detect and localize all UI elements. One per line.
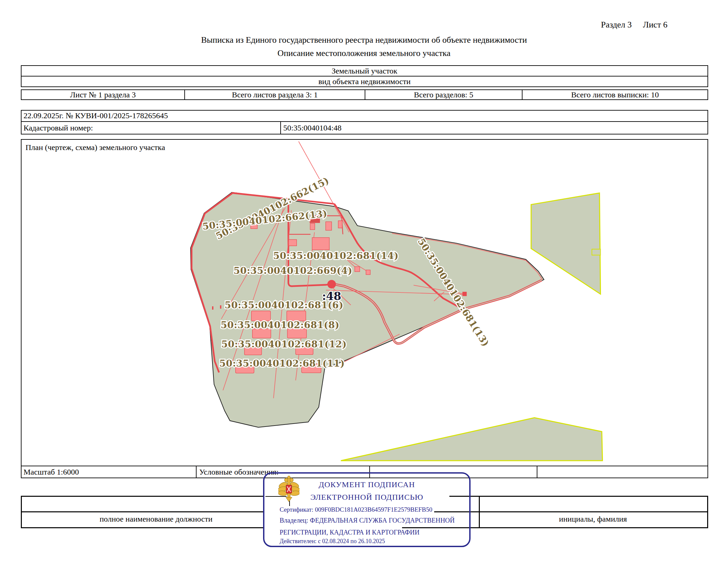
signature-line xyxy=(21,496,263,497)
signature-line xyxy=(21,511,263,512)
sheet-number: Лист 6 xyxy=(643,20,667,30)
signature-line xyxy=(707,496,708,528)
parcel-map: 50:35:0040102:662(15) 50:35:0040102:662(… xyxy=(22,140,707,466)
stamp-owner-line1: Владелец: ФЕДЕРАЛЬНАЯ СЛУЖБА ГОСУДАРСТВЕ… xyxy=(278,517,457,524)
name-label: инициалы, фамилия xyxy=(479,514,707,524)
map-label: 50:35:0040102:681(6) xyxy=(225,300,343,311)
cadastral-number-label: Кадастровый номер: xyxy=(22,122,280,134)
map-label: 50:35:0040102:681(14) xyxy=(273,250,399,261)
plan-box: План (чертеж, схема) земельного участка xyxy=(21,139,708,466)
signature-line xyxy=(449,496,708,497)
position-label: полное наименование должности xyxy=(21,514,291,524)
stamp-certificate: Сертификат: 009F0BDC181A023B64597F1E2579… xyxy=(278,506,434,513)
road-junction xyxy=(327,280,336,289)
sheet-counter-cell: Всего листов раздела 3: 1 xyxy=(184,90,365,99)
map-label: 50:35:0040102:681(11) xyxy=(219,358,345,369)
legend-cell-empty xyxy=(537,466,707,478)
page-corner: Раздел 3 Лист 6 xyxy=(601,20,687,30)
page-subtitle: Описание местоположения земельного участ… xyxy=(0,48,728,58)
sheet-counter-cell: Всего листов выписки: 10 xyxy=(522,90,707,99)
page-title: Выписка из Единого государственного реес… xyxy=(0,35,728,45)
map-label: 50:35:0040102:681(12) xyxy=(221,339,347,350)
signature-line xyxy=(21,527,263,528)
adjacent-parcel-bottom xyxy=(341,418,602,461)
map-label: 50:35:0040102:669(4) xyxy=(234,265,352,276)
stamp-validity: Действителен: с 02.08.2024 по 26.10.2025 xyxy=(278,538,387,545)
adjacent-parcel-notch xyxy=(592,249,601,255)
object-kind-row: вид объекта недвижимости xyxy=(21,76,708,87)
cadastral-number-value: 50:35:0040104:48 xyxy=(280,122,707,134)
stamp-title-line1: ДОКУМЕНТ ПОДПИСАН xyxy=(317,480,417,489)
tick-mark xyxy=(212,306,213,310)
map-label: 50:35:0040102:681(8) xyxy=(221,320,340,331)
cadastral-number-row: Кадастровый номер: 50:35:0040104:48 xyxy=(21,121,708,134)
stamp-title-line2: ЭЛЕКТРОННОЙ ПОДПИСЬЮ xyxy=(308,493,425,502)
sheet-counter-cell: Лист № 1 раздела 3 xyxy=(22,90,184,99)
digital-signature-stamp: ДОКУМЕНТ ПОДПИСАН ЭЛЕКТРОННОЙ ПОДПИСЬЮ С… xyxy=(263,472,471,547)
object-type-row: Земельный участок xyxy=(21,65,708,76)
map-scale: Масштаб 1:6000 xyxy=(22,466,196,478)
extract-date-number: 22.09.2025г. № КУВИ-001/2025-178265645 xyxy=(21,110,708,122)
tick-mark xyxy=(220,305,221,309)
sheet-counter-cell: Всего разделов: 5 xyxy=(365,90,522,99)
section-number: Раздел 3 xyxy=(601,20,632,30)
red-point-marker xyxy=(462,292,467,296)
stamp-owner-line2: РЕГИСТРАЦИИ, КАДАСТРА И КАРТОГРАФИИ xyxy=(278,529,422,536)
sheet-counters-row: Лист № 1 раздела 3 Всего листов раздела … xyxy=(21,89,708,100)
